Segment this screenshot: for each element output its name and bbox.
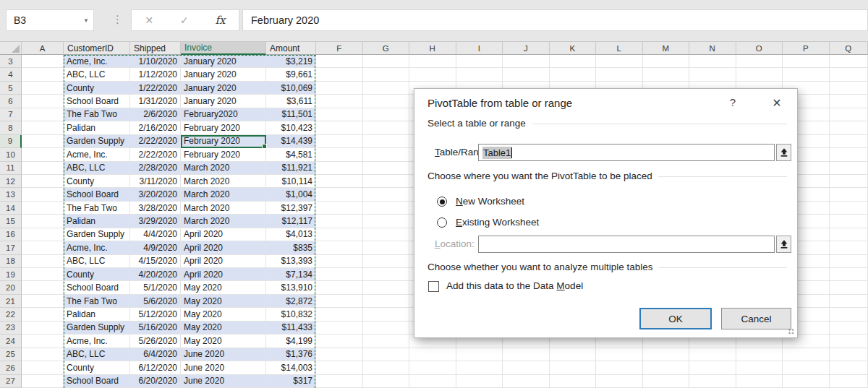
cell[interactable] [830,281,868,294]
cell[interactable]: 2/16/2020 [130,121,181,134]
cell[interactable] [316,135,363,148]
cell[interactable] [316,281,363,294]
cell[interactable] [550,375,597,388]
cell[interactable] [316,215,363,228]
column-header-P[interactable]: P [783,42,830,55]
row-header-19[interactable]: 19 [0,268,22,281]
cell[interactable]: 2/22/2020 [130,135,181,148]
cell[interactable]: May 2020 [181,335,266,348]
cell[interactable] [830,308,868,321]
cell[interactable]: $14,003 [266,361,316,374]
help-icon[interactable]: ? [726,96,740,108]
cell[interactable] [830,95,868,108]
cell[interactable] [363,188,410,201]
cell[interactable] [316,188,363,201]
cell[interactable]: Acme, Inc. [64,148,130,161]
cell[interactable] [316,55,363,68]
cell[interactable]: Palidan [64,215,130,228]
cell[interactable]: 3/11/2020 [130,175,181,188]
cell[interactable] [363,82,410,95]
cell[interactable]: $4,013 [266,228,316,241]
cell[interactable] [22,55,64,68]
row-header-5[interactable]: 5 [0,82,22,95]
radio-new-worksheet-label[interactable]: New Worksheet [456,196,524,207]
cell[interactable] [22,255,64,268]
cell[interactable]: May 2020 [181,281,266,294]
cancel-icon[interactable]: ✕ [145,14,153,26]
column-header-O[interactable]: O [736,42,783,55]
cell[interactable]: February 2020 [181,121,266,134]
row-header-13[interactable]: 13 [0,188,22,201]
cell[interactable] [456,55,503,68]
cell[interactable] [550,55,597,68]
cell[interactable]: May 2020 [181,295,266,308]
cell[interactable]: 1/22/2020 [130,82,181,95]
cell[interactable] [550,348,597,361]
cell[interactable]: School Board [64,375,130,388]
cell[interactable]: $10,069 [266,82,316,95]
cell[interactable]: School Board [64,281,130,294]
cell[interactable]: School Board [64,188,130,201]
radio-new-worksheet[interactable] [437,197,447,207]
row-header-18[interactable]: 18 [0,255,22,268]
cell[interactable] [689,361,736,374]
row-header-27[interactable]: 27 [0,375,22,388]
cell[interactable]: $9,661 [266,68,316,81]
cell[interactable] [22,82,64,95]
cell[interactable] [596,361,643,374]
cell[interactable] [783,361,830,374]
cell[interactable] [409,348,456,361]
cell[interactable] [316,295,363,308]
cell[interactable] [830,108,868,121]
cell[interactable] [22,361,64,374]
row-header-8[interactable]: 8 [0,121,22,134]
cell[interactable] [830,162,868,175]
cell[interactable]: $10,114 [266,175,316,188]
close-icon[interactable]: ✕ [767,95,786,112]
cell[interactable] [643,361,690,374]
cell[interactable]: 5/16/2020 [130,322,181,335]
column-header-L[interactable]: L [596,42,643,55]
cell[interactable] [363,135,410,148]
cell[interactable]: $835 [266,241,316,254]
cell[interactable]: June 2020 [181,361,266,374]
cell[interactable]: May 2020 [181,308,266,321]
cell[interactable]: 3/28/2020 [130,202,181,215]
cell[interactable]: $3,611 [266,95,316,108]
row-header-3[interactable]: 3 [0,55,22,68]
cell[interactable]: March 2020 [181,188,266,201]
cell[interactable] [830,55,868,68]
cell[interactable] [316,322,363,335]
cell[interactable] [316,348,363,361]
row-header-22[interactable]: 22 [0,308,22,321]
row-header-25[interactable]: 25 [0,348,22,361]
cell[interactable] [363,108,410,121]
column-header-F[interactable]: F [316,42,363,55]
cell[interactable] [316,308,363,321]
row-header-12[interactable]: 12 [0,175,22,188]
cell[interactable] [830,322,868,335]
cell[interactable]: April 2020 [181,241,266,254]
cell[interactable] [409,55,456,68]
row-header-16[interactable]: 16 [0,228,22,241]
cell[interactable]: 1/31/2020 [130,95,181,108]
column-header-K[interactable]: K [550,42,597,55]
cell[interactable] [363,95,410,108]
cell[interactable] [316,108,363,121]
cell[interactable] [363,375,410,388]
cell[interactable] [643,68,690,81]
cell[interactable]: 5/12/2020 [130,308,181,321]
cell[interactable]: $10,832 [266,308,316,321]
cell[interactable] [830,375,868,388]
cell[interactable] [783,348,830,361]
cell[interactable]: $11,433 [266,322,316,335]
collapse-dialog-icon[interactable] [776,236,791,253]
cell[interactable] [736,55,783,68]
cell[interactable] [316,228,363,241]
cell[interactable]: County [64,361,130,374]
cell[interactable] [503,55,550,68]
cell[interactable] [22,241,64,254]
cell[interactable] [316,162,363,175]
cell[interactable]: $12,117 [266,215,316,228]
cell[interactable] [22,148,64,161]
